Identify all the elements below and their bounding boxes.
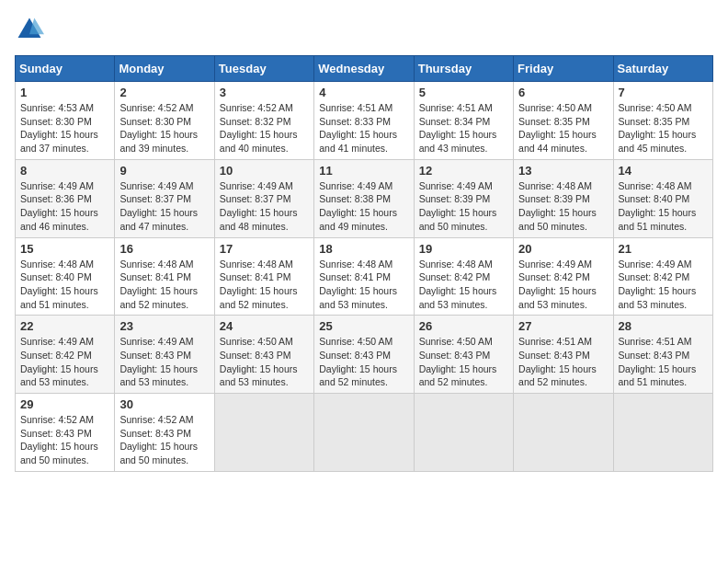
day-info: Sunrise: 4:52 AMSunset: 8:43 PMDaylight:… — [119, 413, 209, 467]
calendar-cell: 15Sunrise: 4:48 AMSunset: 8:40 PMDayligh… — [16, 237, 115, 316]
day-number: 3 — [220, 86, 309, 99]
calendar-cell: 10Sunrise: 4:49 AMSunset: 8:37 PMDayligh… — [214, 159, 313, 237]
calendar-cell: 27Sunrise: 4:51 AMSunset: 8:43 PMDayligh… — [514, 316, 613, 394]
day-number: 19 — [419, 242, 508, 256]
day-number: 9 — [119, 164, 209, 178]
week-row-3: 22Sunrise: 4:49 AMSunset: 8:42 PMDayligh… — [16, 316, 713, 394]
day-info: Sunrise: 4:48 AMSunset: 8:40 PMDaylight:… — [20, 258, 109, 312]
day-number: 4 — [319, 86, 408, 99]
calendar-cell — [613, 394, 712, 472]
day-info: Sunrise: 4:49 AMSunset: 8:42 PMDaylight:… — [619, 258, 708, 312]
day-number: 20 — [518, 242, 608, 256]
calendar-cell: 4Sunrise: 4:51 AMSunset: 8:33 PMDaylight… — [314, 82, 414, 160]
day-info: Sunrise: 4:49 AMSunset: 8:37 PMDaylight:… — [119, 179, 209, 234]
calendar-cell: 26Sunrise: 4:50 AMSunset: 8:43 PMDayligh… — [414, 316, 513, 394]
week-row-0: 1Sunrise: 4:53 AMSunset: 8:30 PMDaylight… — [16, 82, 713, 160]
day-number: 10 — [220, 164, 309, 178]
day-info: Sunrise: 4:49 AMSunset: 8:39 PMDaylight:… — [419, 179, 508, 234]
day-info: Sunrise: 4:51 AMSunset: 8:34 PMDaylight:… — [419, 101, 508, 155]
weekday-header-saturday: Saturday — [613, 56, 712, 82]
calendar-cell: 12Sunrise: 4:49 AMSunset: 8:39 PMDayligh… — [414, 159, 513, 237]
day-number: 25 — [319, 319, 408, 333]
day-number: 24 — [220, 319, 309, 333]
day-number: 15 — [20, 242, 109, 256]
calendar-cell: 5Sunrise: 4:51 AMSunset: 8:34 PMDaylight… — [414, 82, 513, 160]
day-info: Sunrise: 4:49 AMSunset: 8:43 PMDaylight:… — [119, 335, 209, 389]
calendar-cell: 13Sunrise: 4:48 AMSunset: 8:39 PMDayligh… — [514, 159, 613, 237]
day-number: 5 — [419, 86, 508, 99]
day-info: Sunrise: 4:52 AMSunset: 8:32 PMDaylight:… — [220, 101, 309, 155]
day-info: Sunrise: 4:49 AMSunset: 8:36 PMDaylight:… — [20, 179, 109, 234]
calendar-cell: 1Sunrise: 4:53 AMSunset: 8:30 PMDaylight… — [16, 82, 115, 160]
day-number: 6 — [518, 86, 608, 99]
day-number: 16 — [119, 242, 209, 256]
day-info: Sunrise: 4:53 AMSunset: 8:30 PMDaylight:… — [20, 101, 109, 155]
week-row-4: 29Sunrise: 4:52 AMSunset: 8:43 PMDayligh… — [16, 394, 713, 472]
day-number: 17 — [220, 242, 309, 256]
day-number: 30 — [119, 397, 209, 411]
day-number: 28 — [619, 319, 708, 333]
calendar-cell: 19Sunrise: 4:48 AMSunset: 8:42 PMDayligh… — [414, 237, 513, 316]
calendar-cell: 23Sunrise: 4:49 AMSunset: 8:43 PMDayligh… — [115, 316, 214, 394]
week-row-2: 15Sunrise: 4:48 AMSunset: 8:40 PMDayligh… — [16, 237, 713, 316]
day-info: Sunrise: 4:50 AMSunset: 8:35 PMDaylight:… — [619, 101, 708, 155]
day-number: 12 — [419, 164, 508, 178]
weekday-header-tuesday: Tuesday — [214, 56, 313, 82]
calendar-cell: 29Sunrise: 4:52 AMSunset: 8:43 PMDayligh… — [16, 394, 115, 472]
weekday-header-sunday: Sunday — [16, 56, 115, 82]
day-number: 23 — [119, 319, 209, 333]
day-number: 26 — [419, 319, 508, 333]
day-info: Sunrise: 4:50 AMSunset: 8:43 PMDaylight:… — [220, 335, 309, 389]
calendar-cell: 20Sunrise: 4:49 AMSunset: 8:42 PMDayligh… — [514, 237, 613, 316]
day-info: Sunrise: 4:48 AMSunset: 8:41 PMDaylight:… — [319, 258, 408, 312]
day-number: 18 — [319, 242, 408, 256]
day-info: Sunrise: 4:48 AMSunset: 8:42 PMDaylight:… — [419, 258, 508, 312]
day-number: 29 — [20, 397, 109, 411]
calendar-cell — [214, 394, 313, 472]
day-number: 21 — [619, 242, 708, 256]
calendar-cell: 24Sunrise: 4:50 AMSunset: 8:43 PMDayligh… — [214, 316, 313, 394]
day-number: 14 — [619, 164, 708, 178]
day-number: 22 — [20, 319, 109, 333]
calendar-cell: 3Sunrise: 4:52 AMSunset: 8:32 PMDaylight… — [214, 82, 313, 160]
day-info: Sunrise: 4:51 AMSunset: 8:43 PMDaylight:… — [518, 335, 608, 389]
calendar-cell — [314, 394, 414, 472]
day-number: 7 — [619, 86, 708, 99]
calendar-cell: 17Sunrise: 4:48 AMSunset: 8:41 PMDayligh… — [214, 237, 313, 316]
day-info: Sunrise: 4:48 AMSunset: 8:41 PMDaylight:… — [119, 258, 209, 312]
header — [15, 15, 713, 44]
weekday-header-thursday: Thursday — [414, 56, 513, 82]
calendar-cell: 18Sunrise: 4:48 AMSunset: 8:41 PMDayligh… — [314, 237, 414, 316]
calendar-cell: 14Sunrise: 4:48 AMSunset: 8:40 PMDayligh… — [613, 159, 712, 237]
day-info: Sunrise: 4:48 AMSunset: 8:41 PMDaylight:… — [220, 258, 309, 312]
calendar-cell — [514, 394, 613, 472]
day-info: Sunrise: 4:52 AMSunset: 8:30 PMDaylight:… — [119, 101, 209, 155]
day-number: 2 — [119, 86, 209, 99]
calendar-cell: 21Sunrise: 4:49 AMSunset: 8:42 PMDayligh… — [613, 237, 712, 316]
logo — [15, 15, 48, 44]
day-number: 27 — [518, 319, 608, 333]
day-info: Sunrise: 4:50 AMSunset: 8:35 PMDaylight:… — [518, 101, 608, 155]
calendar-cell: 7Sunrise: 4:50 AMSunset: 8:35 PMDaylight… — [613, 82, 712, 160]
day-info: Sunrise: 4:49 AMSunset: 8:37 PMDaylight:… — [220, 179, 309, 234]
week-row-1: 8Sunrise: 4:49 AMSunset: 8:36 PMDaylight… — [16, 159, 713, 237]
day-info: Sunrise: 4:48 AMSunset: 8:40 PMDaylight:… — [619, 179, 708, 234]
logo-icon — [15, 15, 44, 44]
calendar-cell: 22Sunrise: 4:49 AMSunset: 8:42 PMDayligh… — [16, 316, 115, 394]
day-info: Sunrise: 4:49 AMSunset: 8:38 PMDaylight:… — [319, 179, 408, 234]
calendar-cell: 16Sunrise: 4:48 AMSunset: 8:41 PMDayligh… — [115, 237, 214, 316]
day-number: 8 — [20, 164, 109, 178]
day-number: 11 — [319, 164, 408, 178]
day-info: Sunrise: 4:49 AMSunset: 8:42 PMDaylight:… — [518, 258, 608, 312]
calendar-cell: 2Sunrise: 4:52 AMSunset: 8:30 PMDaylight… — [115, 82, 214, 160]
weekday-header-friday: Friday — [514, 56, 613, 82]
weekday-header-monday: Monday — [115, 56, 214, 82]
day-number: 13 — [518, 164, 608, 178]
day-info: Sunrise: 4:50 AMSunset: 8:43 PMDaylight:… — [419, 335, 508, 389]
calendar-cell: 8Sunrise: 4:49 AMSunset: 8:36 PMDaylight… — [16, 159, 115, 237]
day-info: Sunrise: 4:50 AMSunset: 8:43 PMDaylight:… — [319, 335, 408, 389]
calendar-cell: 6Sunrise: 4:50 AMSunset: 8:35 PMDaylight… — [514, 82, 613, 160]
day-info: Sunrise: 4:51 AMSunset: 8:33 PMDaylight:… — [319, 101, 408, 155]
day-info: Sunrise: 4:51 AMSunset: 8:43 PMDaylight:… — [619, 335, 708, 389]
calendar-cell: 30Sunrise: 4:52 AMSunset: 8:43 PMDayligh… — [115, 394, 214, 472]
